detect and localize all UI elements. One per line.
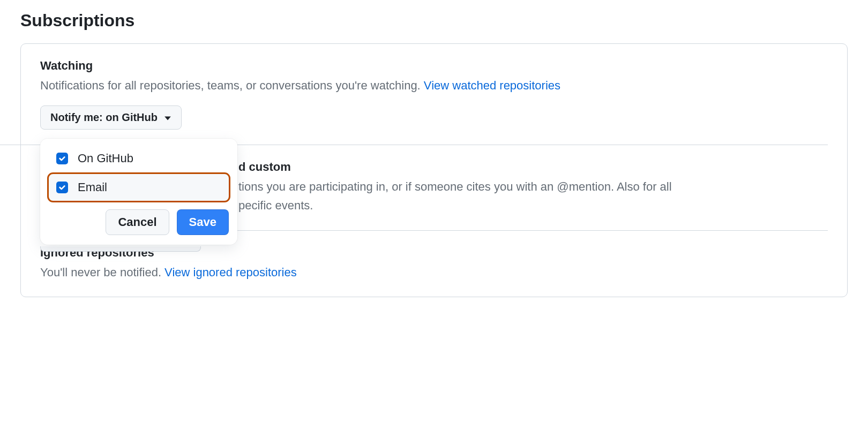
watching-section: Watching Notifications for all repositor… <box>40 59 828 133</box>
chevron-down-icon <box>164 111 171 124</box>
notify-options-popover: On GitHub Email Cancel Save <box>40 139 237 245</box>
notify-dropdown-container: Notify me: on GitHub On GitHub <box>40 105 828 130</box>
custom-desc-line2: pecific events. <box>238 199 313 212</box>
option-on-github[interactable]: On GitHub <box>48 144 230 173</box>
option-on-github-label: On GitHub <box>78 152 133 165</box>
checkbox-checked-icon[interactable] <box>56 153 68 164</box>
watching-title: Watching <box>40 59 828 73</box>
save-button[interactable]: Save <box>177 209 229 235</box>
view-watched-link[interactable]: View watched repositories <box>424 79 560 92</box>
page-title: Subscriptions <box>20 11 848 31</box>
custom-description: tions you are participating in, or if so… <box>238 177 828 215</box>
notify-dropdown-label: Notify me: on GitHub <box>50 111 158 124</box>
option-email-label: Email <box>78 180 107 194</box>
popover-actions: Cancel Save <box>48 202 230 235</box>
custom-desc-line1: tions you are participating in, or if so… <box>238 180 672 193</box>
cancel-button[interactable]: Cancel <box>106 209 169 235</box>
ignored-description: You'll never be notified. View ignored r… <box>40 263 828 282</box>
subscriptions-panel: Watching Notifications for all repositor… <box>20 43 848 297</box>
view-ignored-link[interactable]: View ignored repositories <box>164 266 297 279</box>
watching-description-text: Notifications for all repositories, team… <box>40 79 424 92</box>
notify-dropdown-button[interactable]: Notify me: on GitHub <box>40 105 182 130</box>
background-dropdown-edge <box>40 246 201 252</box>
checkbox-checked-icon[interactable] <box>56 182 68 193</box>
watching-description: Notifications for all repositories, team… <box>40 76 828 95</box>
option-email[interactable]: Email <box>48 173 230 202</box>
ignored-description-text: You'll never be notified. <box>40 266 164 279</box>
custom-title-fragment: d custom <box>238 160 828 174</box>
